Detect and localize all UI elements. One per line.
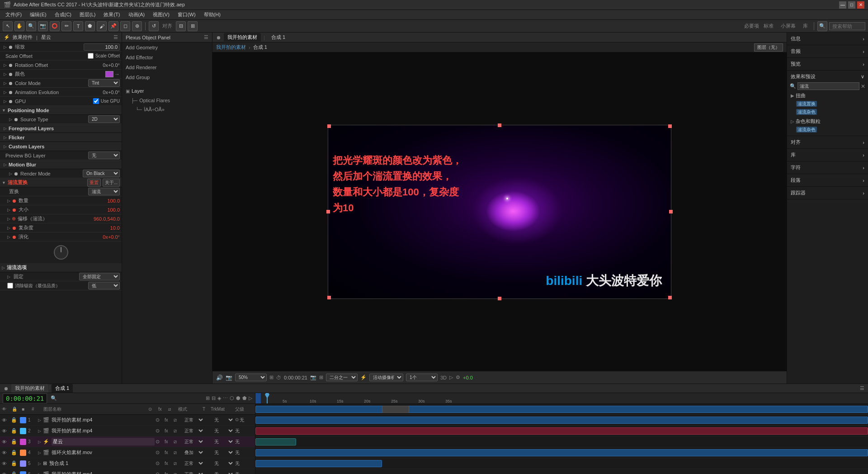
effects-turbulence-displacement[interactable]: 湍流置换 bbox=[787, 100, 868, 108]
prop-flicker-section[interactable]: ▷ Flicker bbox=[0, 133, 122, 142]
layer4-mode-select[interactable]: 叠加 bbox=[183, 450, 204, 455]
layer3-lock[interactable]: 🔒 bbox=[11, 439, 19, 445]
layer2-expand[interactable]: ▷ bbox=[38, 429, 41, 433]
prop-offset-value[interactable]: 960.0,540.0 bbox=[84, 216, 120, 222]
layer2-parent-val[interactable]: 无 bbox=[235, 428, 240, 433]
layer1-eye[interactable]: 👁 bbox=[2, 417, 10, 423]
track2-bar[interactable] bbox=[255, 417, 868, 424]
info-section-header[interactable]: 信息 › bbox=[787, 34, 868, 43]
layer5-fx[interactable]: fx bbox=[165, 461, 173, 466]
tool-hand[interactable]: ✋ bbox=[14, 21, 24, 31]
layer6-solo[interactable]: ⊙ bbox=[156, 471, 164, 474]
layer2-lock[interactable]: 🔒 bbox=[11, 428, 19, 434]
track4-bar[interactable] bbox=[255, 438, 296, 446]
timeline-layer-5[interactable]: 👁 🔒 5 ▷ ⊞ 预合成 1 ⊙ fx ⧄ 正常 无 无 bbox=[0, 458, 255, 469]
layer1-motion[interactable]: ⧄ bbox=[174, 417, 182, 423]
timeline-tool6[interactable]: ⬢ bbox=[236, 395, 241, 401]
menu-help[interactable]: 帮助(H) bbox=[200, 10, 224, 19]
layer5-motion[interactable]: ⧄ bbox=[174, 460, 182, 466]
layer2-mode-select[interactable]: 正常 bbox=[183, 428, 204, 434]
track1-bar[interactable] bbox=[255, 406, 868, 413]
timeline-tool1[interactable]: ⊞ bbox=[206, 395, 210, 401]
selection-handle-tm[interactable] bbox=[498, 123, 501, 127]
minimize-button[interactable]: — bbox=[839, 1, 846, 9]
layer3-motion[interactable]: ⧄ bbox=[174, 439, 182, 445]
timeline-tool3[interactable]: ◈ bbox=[217, 395, 221, 401]
layer1-expand[interactable]: ▷ bbox=[38, 418, 41, 422]
menu-file[interactable]: 文件(F) bbox=[2, 10, 25, 19]
timeline-tool2[interactable]: ⊟ bbox=[212, 395, 216, 401]
prop-turbulence-section[interactable]: ▼ 湍流置换 重置 关于... bbox=[0, 178, 122, 187]
layer5-solo[interactable]: ⊙ bbox=[156, 460, 164, 466]
effects-noise-section[interactable]: ▷ 杂色和颗粒 bbox=[787, 117, 868, 126]
layer4-motion[interactable]: ⧄ bbox=[174, 450, 182, 455]
preview-tab-comp[interactable]: 合成 1 bbox=[268, 33, 289, 42]
preview-render-icon[interactable]: ▷ bbox=[449, 374, 453, 380]
tool-select[interactable]: ↖ bbox=[3, 21, 13, 31]
preview-canvas[interactable]: 把光学耀斑的颜色改为紫色， 然后加个湍流置换的效果， 数量和大小都是100，复杂… bbox=[212, 52, 787, 371]
timeline-layer-4[interactable]: 👁 🔒 4 ▷ 🎬 循环火焰素材.mov ⊙ fx ⧄ 叠加 无 无 bbox=[0, 447, 255, 458]
panel-menu-icon[interactable]: ☰ bbox=[113, 34, 118, 40]
turbulence-about-btn[interactable]: 关于... bbox=[103, 179, 120, 187]
preview-fast-preview-icon[interactable]: ⚡ bbox=[360, 374, 367, 380]
prop-evolution-value[interactable]: 0x+0.0° bbox=[84, 234, 120, 240]
library-section-header[interactable]: 库 › bbox=[787, 151, 868, 159]
layer3-parent-val[interactable]: 无 bbox=[235, 439, 240, 444]
prop-offset-triangle[interactable]: ▷ bbox=[7, 217, 10, 221]
prop-color-triangle[interactable]: ▷ bbox=[4, 72, 7, 76]
prop-size-value[interactable]: 100.0 bbox=[84, 207, 120, 213]
layer6-mode-select[interactable]: 正常 bbox=[183, 471, 204, 474]
effects-search-input[interactable] bbox=[797, 82, 859, 90]
layer6-lock[interactable]: 🔒 bbox=[11, 471, 19, 474]
tool-zoom[interactable]: 🔍 bbox=[26, 21, 36, 31]
preview-3d-icon[interactable]: 3D bbox=[440, 375, 447, 380]
selection-handle-bl[interactable] bbox=[327, 296, 331, 299]
prop-gpu-checkbox[interactable] bbox=[93, 98, 99, 104]
evolution-dial[interactable] bbox=[54, 245, 68, 260]
layer1-mode-select[interactable]: 正常 bbox=[183, 417, 204, 423]
layer6-parent-val[interactable]: 无 bbox=[235, 472, 240, 474]
layer5-parent-val[interactable]: 无 bbox=[235, 461, 240, 466]
tool-shape[interactable]: ⬟ bbox=[85, 21, 95, 31]
selection-handle-ml[interactable] bbox=[326, 210, 330, 213]
track6-bar[interactable] bbox=[255, 460, 382, 467]
preview-quality-select[interactable]: 二分之一 完整 bbox=[326, 374, 358, 381]
preview-snapshot-icon[interactable]: 📷 bbox=[226, 374, 232, 381]
prop-scale-offset-checkbox[interactable] bbox=[88, 53, 94, 59]
menu-layer[interactable]: 图层(L) bbox=[76, 10, 99, 19]
paragraph-section-header[interactable]: 段落 › bbox=[787, 176, 868, 185]
selection-handle-br[interactable] bbox=[668, 296, 672, 299]
prop-gpu-triangle[interactable]: ▷ bbox=[4, 99, 7, 104]
preview-audio-icon[interactable]: 🔊 bbox=[216, 374, 223, 381]
selection-handle-bm[interactable] bbox=[498, 297, 501, 300]
effects-presets-header[interactable]: 效果和预设 ∨ bbox=[787, 72, 868, 81]
plexus-panel-menu[interactable]: ☰ bbox=[204, 34, 208, 40]
prop-colormode-triangle[interactable]: ▷ bbox=[4, 81, 7, 85]
layer4-expand[interactable]: ▷ bbox=[38, 450, 41, 455]
search-input[interactable] bbox=[829, 22, 865, 30]
effects-turbulence-noise[interactable]: 湍流杂色 bbox=[787, 108, 868, 116]
track1-bar-small[interactable] bbox=[382, 406, 409, 413]
tool-rotate[interactable]: ↺ bbox=[149, 21, 159, 31]
plexus-layer-item[interactable]: ▣ Layer bbox=[122, 86, 212, 96]
layer1-fx[interactable]: fx bbox=[165, 417, 173, 422]
character-section-header[interactable]: 字符 › bbox=[787, 163, 868, 172]
menu-composition[interactable]: 合成(C) bbox=[51, 10, 75, 19]
prop-custom-layers-section[interactable]: ▷ Custom Layers bbox=[0, 142, 122, 151]
layer1-lock[interactable]: 🔒 bbox=[11, 417, 19, 423]
layer3-expand[interactable]: ▷ bbox=[38, 440, 41, 444]
menu-view[interactable]: 视图(V) bbox=[149, 10, 173, 19]
track3-bar[interactable] bbox=[255, 427, 868, 435]
timeline-layer-2[interactable]: 👁 🔒 2 ▷ 🎬 我开拍的素材.mp4 ⊙ fx ⧄ 正常 无 无 bbox=[0, 426, 255, 436]
layer4-parent-val[interactable]: 无 bbox=[235, 450, 240, 455]
layer4-trkmat[interactable]: 无 bbox=[212, 450, 234, 455]
layer3-mode-select[interactable]: 正常 bbox=[183, 439, 204, 445]
selection-handle-tl[interactable] bbox=[327, 124, 331, 128]
prop-removegrain-select[interactable]: 低 bbox=[88, 282, 120, 289]
layer2-fx[interactable]: fx bbox=[165, 428, 173, 433]
color-swatch[interactable] bbox=[105, 71, 113, 77]
prop-scale-triangle[interactable]: ▷ bbox=[4, 45, 7, 49]
preview-section-header[interactable]: 预览 › bbox=[787, 60, 868, 68]
layer2-trkmat[interactable]: 无 bbox=[212, 428, 234, 434]
menu-animation[interactable]: 动画(A) bbox=[125, 10, 149, 19]
